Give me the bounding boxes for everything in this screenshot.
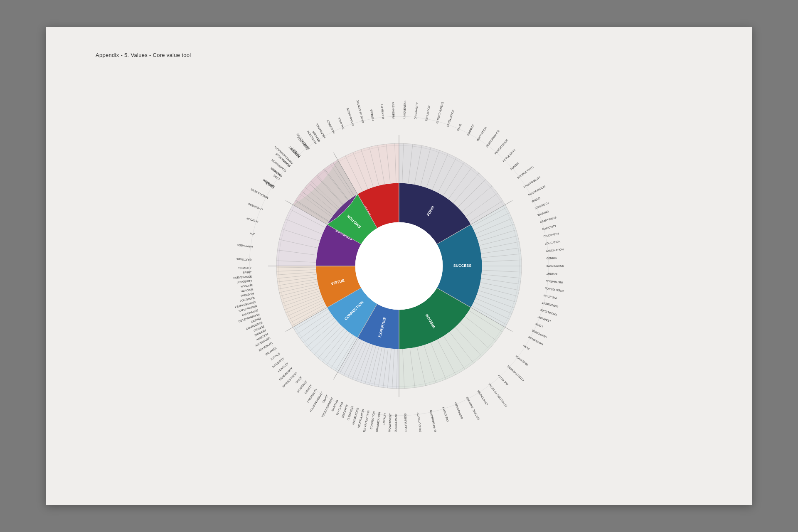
svg-text:RESEARCH: RESEARCH: [515, 355, 529, 367]
svg-text:CRAFTINESS: CRAFTINESS: [539, 216, 557, 224]
svg-text:EMPOWERMENT: EMPOWERMENT: [388, 413, 392, 432]
svg-text:MINDFULNESS: MINDFULNESS: [250, 188, 268, 200]
svg-text:FASCINATION: FASCINATION: [546, 248, 564, 252]
page: Appendix - 5. Values - Core value tool: [46, 27, 752, 505]
svg-text:RESOURCEFULNESS: RESOURCEFULNESS: [404, 413, 408, 432]
svg-text:INTUITION: INTUITION: [543, 294, 557, 300]
wheel-diagram: LOVEFORMSUCCESSWISDOMEXPERTISECONNECTION…: [233, 100, 565, 432]
svg-text:CRAFTINESS: CRAFTINESS: [477, 389, 488, 406]
page-title: Appendix - 5. Values - Core value tool: [96, 52, 191, 58]
svg-text:INSIGHT: INSIGHT: [546, 272, 557, 276]
svg-text:INTELLIGENCE: INTELLIGENCE: [544, 287, 564, 293]
svg-text:TRUST: TRUST: [322, 394, 329, 404]
svg-text:UNIQUENESS: UNIQUENESS: [403, 100, 407, 118]
svg-text:CURIOSITY: CURIOSITY: [542, 224, 557, 231]
svg-text:CLEANLINESS: CLEANLINESS: [346, 107, 355, 126]
svg-text:FLEXIBILITY: FLEXIBILITY: [380, 103, 385, 119]
svg-text:PERSONAL INFORMATION: PERSONAL INFORMATION: [429, 410, 440, 432]
svg-text:ORIGINALITY: ORIGINALITY: [414, 102, 419, 119]
svg-text:ENTHUSIASM: ENTHUSIASM: [454, 402, 463, 419]
svg-text:EVOLUTION: EVOLUTION: [425, 105, 431, 121]
svg-text:BALANCE: BALANCE: [337, 117, 345, 130]
svg-text:DIGNITY: DIGNITY: [304, 384, 313, 394]
svg-text:PERSISTENCE: PERSISTENCE: [494, 138, 509, 155]
svg-text:DRIVE: DRIVE: [295, 376, 303, 384]
svg-text:POWER: POWER: [510, 162, 519, 171]
svg-text:PLAN: PLAN: [522, 344, 530, 350]
svg-text:CREATIVITY: CREATIVITY: [441, 406, 449, 422]
svg-text:KNOWLEDGE: KNOWLEDGE: [539, 308, 557, 316]
svg-text:HUMOUR: HUMOUR: [246, 217, 259, 224]
svg-text:PERFORMANCE: PERFORMANCE: [485, 129, 500, 148]
svg-text:GRATITUDE: GRATITUDE: [236, 258, 251, 261]
svg-text:MOTIVATION: MOTIVATION: [527, 335, 543, 346]
svg-text:PERSEVERANCE: PERSEVERANCE: [233, 275, 252, 279]
svg-text:MENTORING: MENTORING: [531, 329, 547, 339]
svg-text:WINNING: WINNING: [537, 210, 549, 217]
svg-text:ATTENTIVENESS: ATTENTIVENESS: [506, 365, 525, 382]
svg-text:GENIUS: GENIUS: [546, 256, 557, 260]
svg-text:RECOGNITION: RECOGNITION: [528, 185, 546, 196]
svg-text:INNOVATION: INNOVATION: [476, 126, 487, 141]
svg-text:CRITICAL THINKING: CRITICAL THINKING: [466, 397, 480, 421]
svg-text:GROWTH: GROWTH: [466, 124, 475, 136]
svg-text:TENACITY: TENACITY: [238, 266, 252, 269]
svg-text:LOYALTY: LOYALTY: [382, 412, 387, 424]
svg-text:EFFECTIVENESS: EFFECTIVENESS: [436, 101, 444, 124]
svg-text:INSPIRATION: INSPIRATION: [546, 280, 563, 284]
svg-text:PROFITABILITY: PROFITABILITY: [523, 175, 542, 189]
svg-text:STRENGTH: STRENGTH: [534, 201, 549, 209]
svg-text:IMAGINATION: IMAGINATION: [547, 264, 564, 267]
svg-text:LIVELINESS: LIVELINESS: [247, 202, 263, 211]
svg-text:DISCOVERY: DISCOVERY: [543, 232, 559, 238]
svg-text:PRODUCTIVITY: PRODUCTIVITY: [517, 165, 535, 180]
svg-text:SPIRIT: SPIRIT: [243, 271, 251, 274]
svg-text:COMMUNICATION: COMMUNICATION: [375, 412, 381, 432]
svg-text:CONNECTION: CONNECTION: [369, 411, 375, 430]
svg-text:JOY: JOY: [249, 232, 255, 236]
svg-text:ENCOURAGEMENT: ENCOURAGEMENT: [394, 414, 397, 432]
svg-text:POPULARITY: POPULARITY: [502, 148, 517, 163]
svg-text:JUDGEMENT: JUDGEMENT: [542, 301, 559, 308]
svg-text:ATTENTION TO DETAIL: ATTENTION TO DETAIL: [487, 382, 507, 408]
svg-text:HONOUR: HONOUR: [241, 283, 253, 288]
svg-text:EDUCATION: EDUCATION: [544, 240, 561, 245]
svg-text:SPEED: SPEED: [531, 196, 541, 203]
svg-point-283: [355, 222, 443, 310]
svg-text:SUCCESS: SUCCESS: [453, 264, 472, 268]
svg-text:EASE OF CONTACT: EASE OF CONTACT: [355, 100, 365, 123]
svg-text:LEARNING: LEARNING: [537, 315, 551, 323]
svg-text:LONGEVITY: LONGEVITY: [236, 279, 252, 284]
svg-text:ACCURACY: ACCURACY: [326, 119, 335, 134]
svg-text:PRODUCTIVITY: PRODUCTIVITY: [416, 412, 422, 432]
svg-text:AUDACITY: AUDACITY: [497, 374, 509, 386]
svg-text:FRESHNESS: FRESHNESS: [392, 102, 395, 119]
svg-text:HAPPINESS: HAPPINESS: [237, 244, 253, 249]
svg-text:EXCELLENCE: EXCELLENCE: [446, 109, 455, 127]
